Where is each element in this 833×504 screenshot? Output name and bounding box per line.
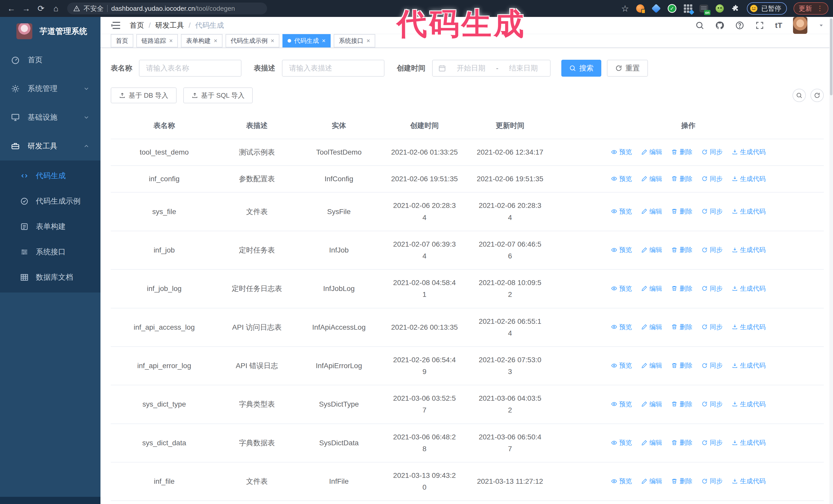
- generate-code-action[interactable]: 生成代码: [732, 477, 766, 485]
- refresh-table-button[interactable]: [810, 89, 824, 102]
- edit-action[interactable]: 编辑: [641, 400, 662, 408]
- close-icon[interactable]: ×: [169, 38, 173, 44]
- preview-action[interactable]: 预览: [611, 323, 632, 331]
- close-icon[interactable]: ×: [366, 38, 370, 44]
- sidebar-subitem-codegen[interactable]: 代码生成: [0, 163, 100, 188]
- delete-action[interactable]: 删除: [671, 174, 692, 183]
- sync-action[interactable]: 同步: [701, 207, 722, 216]
- delete-action[interactable]: 删除: [671, 148, 692, 156]
- extension-check-icon[interactable]: ✓: [667, 4, 677, 13]
- fullscreen-icon[interactable]: [755, 21, 764, 30]
- github-icon[interactable]: [715, 21, 724, 30]
- close-icon[interactable]: ×: [214, 38, 217, 44]
- preview-action[interactable]: 预览: [611, 246, 632, 254]
- delete-action[interactable]: 删除: [671, 323, 692, 331]
- table-name-input[interactable]: [139, 60, 241, 77]
- delete-action[interactable]: 删除: [671, 361, 692, 370]
- extension-on-icon[interactable]: on: [699, 4, 709, 13]
- help-icon[interactable]: [735, 21, 744, 30]
- generate-code-action[interactable]: 生成代码: [732, 361, 766, 370]
- delete-action[interactable]: 删除: [671, 246, 692, 254]
- preview-action[interactable]: 预览: [611, 438, 632, 447]
- tags-view-tab[interactable]: 首页: [111, 34, 133, 47]
- generate-code-action[interactable]: 生成代码: [732, 438, 766, 447]
- generate-code-action[interactable]: 生成代码: [732, 246, 766, 254]
- edit-action[interactable]: 编辑: [641, 174, 662, 183]
- table-desc-input[interactable]: [282, 60, 384, 77]
- preview-action[interactable]: 预览: [611, 284, 632, 293]
- date-end-placeholder[interactable]: 结束日期: [503, 63, 544, 73]
- delete-action[interactable]: 删除: [671, 400, 692, 408]
- edit-action[interactable]: 编辑: [641, 361, 662, 370]
- extension-grid-icon[interactable]: [683, 4, 693, 13]
- delete-action[interactable]: 删除: [671, 284, 692, 293]
- date-range-picker[interactable]: 开始日期 - 结束日期: [432, 60, 551, 77]
- sidebar-subitem-db-doc[interactable]: 数据库文档: [0, 265, 100, 290]
- browser-update-button[interactable]: 更新 ⋮: [793, 2, 828, 15]
- tags-view-tab[interactable]: 代码生成示例 ×: [225, 34, 279, 47]
- browser-reload-icon[interactable]: ⟳: [34, 2, 48, 15]
- edit-action[interactable]: 编辑: [641, 284, 662, 293]
- scrollbar-thumb[interactable]: [830, 19, 832, 95]
- preview-action[interactable]: 预览: [611, 477, 632, 485]
- hamburger-icon[interactable]: [111, 20, 122, 31]
- sidebar-item-home[interactable]: 首页: [0, 46, 100, 74]
- sync-action[interactable]: 同步: [701, 174, 722, 183]
- tags-view-tab[interactable]: 表单构建 ×: [181, 34, 222, 47]
- sync-action[interactable]: 同步: [701, 361, 722, 370]
- edit-action[interactable]: 编辑: [641, 246, 662, 254]
- sync-action[interactable]: 同步: [701, 477, 722, 485]
- sync-action[interactable]: 同步: [701, 246, 722, 254]
- tags-view-tab[interactable]: 链路追踪 ×: [136, 34, 178, 47]
- extensions-puzzle-icon[interactable]: [731, 4, 740, 13]
- tags-view-tab[interactable]: 系统接口 ×: [334, 34, 375, 47]
- browser-forward-icon[interactable]: →: [20, 2, 33, 15]
- preview-action[interactable]: 预览: [611, 174, 632, 183]
- sidebar-subitem-form-builder[interactable]: 表单构建: [0, 214, 100, 239]
- sync-action[interactable]: 同步: [701, 323, 722, 331]
- preview-action[interactable]: 预览: [611, 207, 632, 216]
- preview-action[interactable]: 预览: [611, 148, 632, 156]
- sidebar-item-infra[interactable]: 基础设施: [0, 103, 100, 132]
- sidebar-item-system[interactable]: 系统管理: [0, 74, 100, 103]
- edit-action[interactable]: 编辑: [641, 207, 662, 216]
- caret-down-icon[interactable]: [818, 22, 824, 28]
- generate-code-action[interactable]: 生成代码: [732, 174, 766, 183]
- import-db-button[interactable]: 基于 DB 导入: [111, 88, 176, 103]
- extension-orange-icon[interactable]: [636, 4, 645, 13]
- toggle-search-button[interactable]: [792, 89, 806, 102]
- search-icon[interactable]: [695, 21, 704, 30]
- sidebar-item-devtools[interactable]: 研发工具: [0, 132, 100, 161]
- breadcrumb-home[interactable]: 首页: [130, 21, 144, 30]
- browser-home-icon[interactable]: ⌂: [49, 2, 63, 15]
- sync-action[interactable]: 同步: [701, 400, 722, 408]
- bookmark-star-icon[interactable]: ☆: [621, 3, 629, 14]
- preview-action[interactable]: 预览: [611, 400, 632, 408]
- extension-gem-icon[interactable]: [651, 4, 661, 13]
- generate-code-action[interactable]: 生成代码: [732, 148, 766, 156]
- browser-back-icon[interactable]: ←: [5, 2, 18, 15]
- sidebar-subitem-codegen-demo[interactable]: 代码生成示例: [0, 188, 100, 214]
- search-button[interactable]: 搜索: [561, 60, 601, 77]
- date-start-placeholder[interactable]: 开始日期: [450, 63, 492, 73]
- browser-menu-icon[interactable]: ⋮: [816, 6, 823, 10]
- avatar[interactable]: [793, 17, 807, 34]
- sidebar-logo[interactable]: 芋道管理系统: [0, 17, 100, 46]
- sync-action[interactable]: 同步: [701, 148, 722, 156]
- edit-action[interactable]: 编辑: [641, 438, 662, 447]
- delete-action[interactable]: 删除: [671, 207, 692, 216]
- edit-action[interactable]: 编辑: [641, 477, 662, 485]
- preview-action[interactable]: 预览: [611, 361, 632, 370]
- reset-button[interactable]: 重置: [607, 60, 648, 77]
- sidebar-subitem-api[interactable]: 系统接口: [0, 239, 100, 265]
- edit-action[interactable]: 编辑: [641, 323, 662, 331]
- generate-code-action[interactable]: 生成代码: [732, 207, 766, 216]
- delete-action[interactable]: 删除: [671, 477, 692, 485]
- extension-alien-icon[interactable]: [715, 4, 724, 13]
- sync-action[interactable]: 同步: [701, 284, 722, 293]
- edit-action[interactable]: 编辑: [641, 148, 662, 156]
- generate-code-action[interactable]: 生成代码: [732, 284, 766, 293]
- scrollbar[interactable]: [829, 17, 833, 504]
- tags-view-tab[interactable]: 代码生成 ×: [282, 34, 331, 47]
- browser-profile-chip[interactable]: 已暂停: [747, 2, 787, 15]
